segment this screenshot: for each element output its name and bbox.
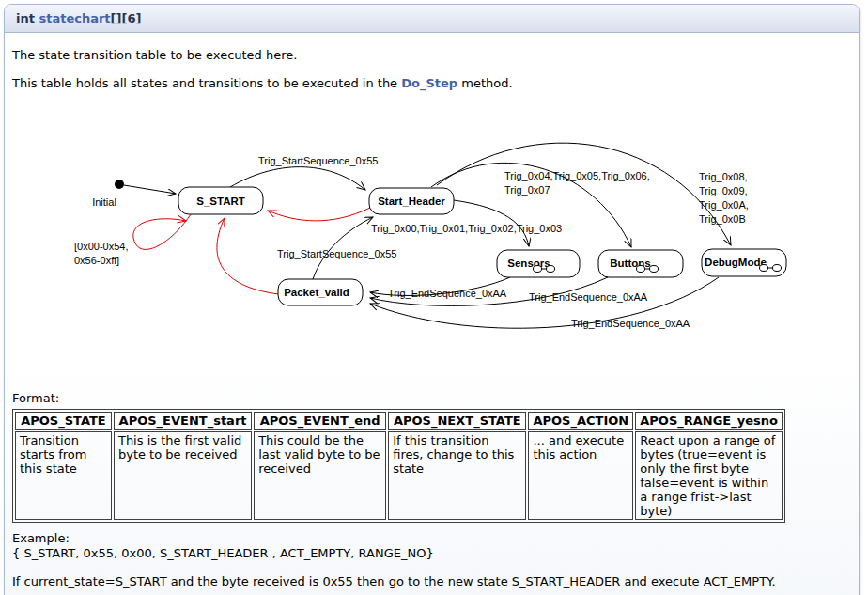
- cell-apos-action: ... and execute this action: [528, 431, 633, 520]
- format-label: Format:: [12, 391, 851, 406]
- col-header-apos-event-end: APOS_EVENT_end: [254, 412, 386, 430]
- member-name-link[interactable]: statechart: [39, 11, 110, 25]
- example-code: { S_START, 0x55, 0x00, S_START_HEADER , …: [12, 546, 434, 560]
- transition-packetvalid-to-sstart: [217, 218, 279, 294]
- member-return-type: int: [16, 11, 35, 25]
- transition-label: Trig_0x07: [504, 184, 550, 196]
- state-debugmode-label: DebugMode: [705, 257, 767, 268]
- state-sensors-label: Sensors: [507, 258, 550, 269]
- cell-apos-next-state: If this transition fires, change to this…: [388, 431, 526, 520]
- initial-label: Initial: [92, 196, 116, 208]
- transition-label: Trig_StartSequence_0x55: [277, 248, 396, 259]
- transition-initial-to-sstart: [124, 185, 176, 194]
- transition-label: Trig_EndSequence_0xAA: [571, 318, 690, 329]
- statechart-svg: Initial S_START Start_Header Sensors But…: [12, 125, 862, 377]
- transition-label: 0x56-0xff]: [74, 255, 119, 266]
- transition-label: Trig_StartSequence_0x55: [258, 155, 378, 166]
- cell-apos-range-yesno: React upon a range of bytes (true=event …: [635, 431, 783, 520]
- transition-label: Trig_EndSequence_0xAA: [388, 288, 507, 299]
- transition-label: Trig_0x08,: [699, 171, 748, 182]
- statechart-diagram: Initial S_START Start_Header Sensors But…: [12, 125, 851, 380]
- explanation-text: If current_state=S_START and the byte re…: [12, 574, 851, 589]
- initial-state-marker: Initial: [92, 180, 124, 208]
- cell-apos-state: Transition starts from this state: [15, 431, 112, 520]
- col-header-apos-action: APOS_ACTION: [528, 412, 633, 430]
- transition-label: Trig_0x0B: [699, 213, 746, 225]
- state-start-header-label: Start_Header: [378, 196, 445, 207]
- transition-sstart-to-startheader: [230, 167, 365, 190]
- brief-description: The state transition table to be execute…: [12, 48, 851, 63]
- cell-apos-event-end: This could be the last valid byte to be …: [254, 431, 386, 520]
- transition-label: Trig_0x04,Trig_0x05,Trig_0x06,: [504, 170, 650, 181]
- format-table: APOS_STATE APOS_EVENT_start APOS_EVENT_e…: [12, 409, 785, 523]
- example-label: Example:: [12, 531, 70, 545]
- col-header-apos-state: APOS_STATE: [15, 412, 112, 430]
- col-header-apos-next-state: APOS_NEXT_STATE: [388, 412, 526, 430]
- transition-startheader-to-sstart: [268, 208, 370, 221]
- table-row: Transition starts from this state This i…: [15, 431, 783, 520]
- transition-label: Trig_0x0A,: [699, 199, 749, 211]
- member-array-suffix: [][6]: [111, 11, 142, 25]
- state-packet-valid-label: Packet_valid: [284, 287, 349, 298]
- member-doc-panel: int statechart[][6] The state transition…: [4, 4, 860, 595]
- transition-label: [0x00-0x54,: [74, 241, 128, 252]
- example-block: Example: { S_START, 0x55, 0x00, S_START_…: [12, 531, 851, 561]
- member-doc-body: The state transition table to be execute…: [5, 33, 859, 595]
- transition-label: Trig_EndSequence_0xAA: [529, 291, 648, 303]
- transition-labels: Trig_StartSequence_0x55 Trig_0x04,Trig_0…: [74, 155, 749, 329]
- do-step-link[interactable]: Do_Step: [401, 76, 457, 90]
- format-table-header-row: APOS_STATE APOS_EVENT_start APOS_EVENT_e…: [15, 412, 783, 430]
- col-header-apos-event-start: APOS_EVENT_start: [114, 412, 252, 430]
- cell-apos-event-start: This is the first valid byte to be recei…: [114, 431, 252, 520]
- detailed-description: This table holds all states and transiti…: [12, 76, 851, 91]
- state-s-start-label: S_START: [196, 196, 245, 207]
- transition-sstart-selfloop: [133, 214, 191, 249]
- member-title-bar: int statechart[][6]: [5, 5, 859, 33]
- transition-label: Trig_0x00,Trig_0x01,Trig_0x02,Trig_0x03: [371, 223, 562, 234]
- transition-label: Trig_0x09,: [699, 185, 748, 196]
- col-header-apos-range-yesno: APOS_RANGE_yesno: [635, 412, 783, 430]
